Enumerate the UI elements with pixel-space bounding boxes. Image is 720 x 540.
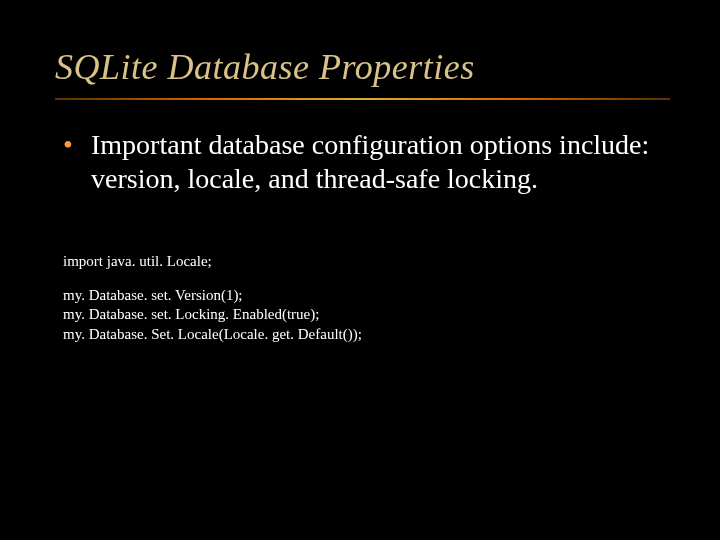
code-line: my. Database. set. Locking. Enabled(true… bbox=[63, 305, 670, 325]
code-block: import java. util. Locale; my. Database.… bbox=[63, 252, 670, 344]
bullet-item: Important database configuration options… bbox=[63, 128, 670, 196]
code-line: my. Database. set. Version(1); bbox=[63, 286, 670, 306]
title-divider bbox=[55, 98, 670, 100]
code-gap bbox=[63, 272, 670, 286]
code-line: import java. util. Locale; bbox=[63, 252, 670, 272]
code-line: my. Database. Set. Locale(Locale. get. D… bbox=[63, 325, 670, 345]
bullet-list: Important database configuration options… bbox=[63, 128, 670, 196]
slide-title: SQLite Database Properties bbox=[55, 46, 670, 88]
slide: SQLite Database Properties Important dat… bbox=[0, 0, 720, 540]
bullet-text: Important database configuration options… bbox=[91, 129, 649, 194]
